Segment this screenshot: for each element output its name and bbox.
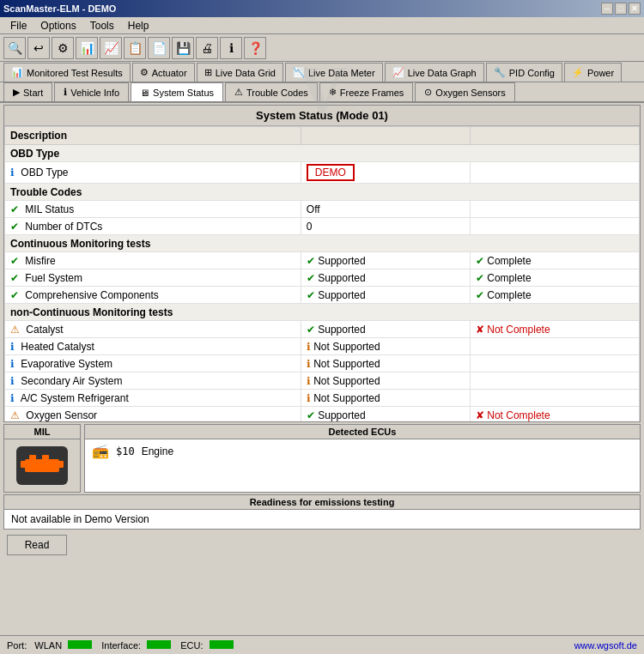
warn-icon: ℹ xyxy=(307,358,311,370)
info-icon: ℹ xyxy=(10,167,15,179)
sensor-icon: ⊙ xyxy=(424,87,432,98)
tab-pid-config[interactable]: 🔧 PID Config xyxy=(486,63,562,82)
tab-live-data-meter[interactable]: 📉 Live Data Meter xyxy=(285,63,383,82)
tab-trouble-codes[interactable]: ⚠ Trouble Codes xyxy=(225,82,318,101)
group-label: non-Continuous Monitoring tests xyxy=(10,306,173,318)
menu-tools[interactable]: Tools xyxy=(83,18,121,33)
col-support xyxy=(301,127,470,145)
tab-label: Trouble Codes xyxy=(246,88,308,98)
group-continuous: Continuous Monitoring tests xyxy=(5,235,640,252)
status-value: Complete xyxy=(487,289,531,301)
row-misfire: ✔ Misfire ✔ Supported ✔ Complete xyxy=(5,252,640,269)
support-value: Not Supported xyxy=(313,341,380,353)
row-value: 0 xyxy=(307,221,313,233)
svg-rect-4 xyxy=(57,461,64,468)
support-value: Not Supported xyxy=(313,375,380,387)
svg-rect-1 xyxy=(29,455,36,462)
toolbar-btn-8[interactable]: 💾 xyxy=(172,37,194,59)
power-icon: ⚡ xyxy=(572,67,584,78)
window-title: ScanMaster-ELM - DEMO xyxy=(3,3,116,14)
tab-live-data-grid[interactable]: ⊞ Live Data Grid xyxy=(197,63,283,82)
toolbar-btn-3[interactable]: ⚙ xyxy=(52,37,74,59)
toolbar-btn-2[interactable]: ↩ xyxy=(27,37,50,59)
check-icon: ✔ xyxy=(476,255,484,267)
website-link: www.wgsoft.de xyxy=(574,640,637,651)
tab-start[interactable]: ▶ Start xyxy=(3,82,52,101)
toolbar-btn-6[interactable]: 📋 xyxy=(124,37,146,59)
check-icon: ✔ xyxy=(10,272,19,284)
ecu-header: Detected ECUs xyxy=(85,425,640,439)
tab-label: Power xyxy=(587,68,614,78)
section-header: System Status (Mode 01) xyxy=(4,106,640,126)
section-title: System Status (Mode 01) xyxy=(256,109,388,122)
close-button[interactable]: ✕ xyxy=(629,3,641,15)
check-icon: ✔ xyxy=(10,255,19,267)
row-name: Heated Catalyst xyxy=(21,341,94,353)
tab-label: Monitored Test Results xyxy=(27,68,123,78)
row-name: Comprehensive Components xyxy=(25,289,158,301)
tab-monitored-test-results[interactable]: 📊 Monitored Test Results xyxy=(3,63,131,82)
maximize-button[interactable]: □ xyxy=(615,3,627,15)
row-name: Misfire xyxy=(25,255,55,267)
readiness-panel: Readiness for emissions testing Not avai… xyxy=(3,494,641,530)
readiness-content: Not available in Demo Version xyxy=(4,510,640,529)
row-name: Secondary Air System xyxy=(21,375,122,387)
cross-icon: ✘ xyxy=(476,324,484,336)
toolbar-btn-4[interactable]: 📊 xyxy=(76,37,98,59)
ecu-label: ECU: xyxy=(180,640,203,651)
tab-actuator[interactable]: ⚙ Actuator xyxy=(132,63,195,82)
group-trouble-codes: Trouble Codes xyxy=(5,184,640,201)
readiness-text: Not available in Demo Version xyxy=(11,513,149,525)
status-value: Complete xyxy=(487,255,531,267)
support-value: Supported xyxy=(318,289,365,301)
row-name: MIL Status xyxy=(25,203,74,215)
readiness-label: Readiness for emissions testing xyxy=(250,497,395,507)
tab-label: Live Data Graph xyxy=(408,68,477,78)
row-name: Evaporative System xyxy=(21,358,112,370)
status-right: www.wgsoft.de xyxy=(574,640,637,651)
row-oxygen-sensor: ⚠ Oxygen Sensor ✔ Supported ✘ Not Comple… xyxy=(5,407,640,423)
toolbar-btn-11[interactable]: ❓ xyxy=(244,37,266,59)
tab-label: Live Data Meter xyxy=(308,68,375,78)
demo-badge: DEMO xyxy=(307,164,355,181)
cross-icon: ✘ xyxy=(476,409,484,421)
toolbar: 🔍 ↩ ⚙ 📊 📈 📋 📄 💾 🖨 ℹ ❓ xyxy=(0,34,644,62)
row-name: Oxygen Sensor xyxy=(26,409,97,421)
toolbar-btn-9[interactable]: 🖨 xyxy=(196,37,218,59)
toolbar-btn-10[interactable]: ℹ xyxy=(220,37,242,59)
tab-vehicle-info[interactable]: ℹ Vehicle Info xyxy=(54,82,129,101)
wlan-indicator xyxy=(68,640,92,649)
tab-label: Live Data Grid xyxy=(216,68,276,78)
status-value: Complete xyxy=(487,272,531,284)
tab-oxygen-sensors[interactable]: ⊙ Oxygen Sensors xyxy=(415,82,514,101)
ecu-name: Engine xyxy=(142,445,173,457)
menu-help[interactable]: Help xyxy=(121,18,156,33)
main-content: System Status (Mode 01) V Description OB… xyxy=(3,105,641,422)
support-value: Not Supported xyxy=(313,392,380,404)
support-value: Supported xyxy=(318,255,365,267)
row-mil-status: ✔ MIL Status Off xyxy=(5,201,640,218)
engine-icon xyxy=(16,446,68,485)
tab-power[interactable]: ⚡ Power xyxy=(564,63,622,82)
check-icon: ✔ xyxy=(307,289,315,301)
tab-system-status[interactable]: 🖥 System Status xyxy=(131,82,223,101)
info-icon: ℹ xyxy=(10,358,15,370)
tab-label: PID Config xyxy=(509,68,555,78)
row-name: Catalyst xyxy=(26,324,63,336)
check-icon: ✔ xyxy=(10,221,19,233)
check-icon: ✔ xyxy=(307,272,315,284)
toolbar-btn-5[interactable]: 📈 xyxy=(100,37,122,59)
title-bar: ScanMaster-ELM - DEMO ─ □ ✕ xyxy=(0,0,644,17)
tab-live-data-graph[interactable]: 📈 Live Data Graph xyxy=(385,63,484,82)
read-button[interactable]: Read xyxy=(7,535,67,555)
interface-label: Interface: xyxy=(101,640,141,651)
toolbar-btn-1[interactable]: 🔍 xyxy=(3,37,26,59)
support-value: Supported xyxy=(318,409,365,421)
tab-freeze-frames[interactable]: ❄ Freeze Frames xyxy=(319,82,414,101)
menu-file[interactable]: File xyxy=(3,18,33,33)
minimize-button[interactable]: ─ xyxy=(601,3,613,15)
interface-indicator xyxy=(147,640,171,649)
toolbar-btn-7[interactable]: 📄 xyxy=(148,37,170,59)
menu-options[interactable]: Options xyxy=(33,18,82,33)
row-name: Number of DTCs xyxy=(25,221,102,233)
